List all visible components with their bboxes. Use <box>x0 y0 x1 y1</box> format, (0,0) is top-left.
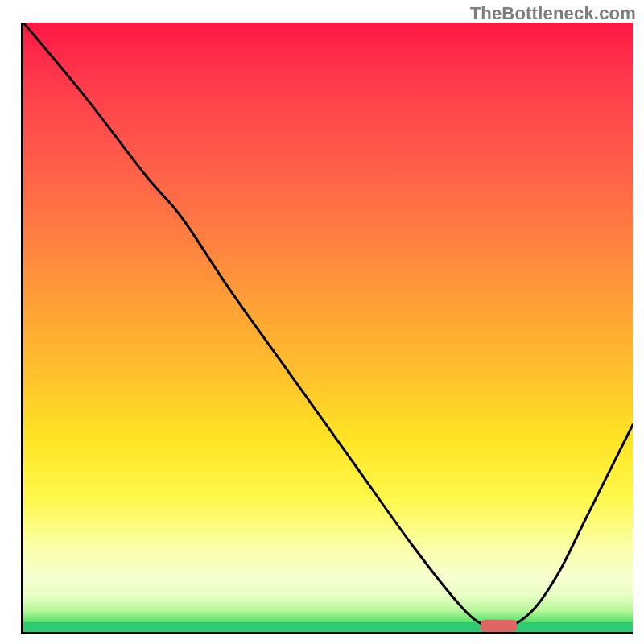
plot-area <box>21 23 633 634</box>
optimum-marker <box>481 620 517 632</box>
watermark-text: TheBottleneck.com <box>470 3 636 24</box>
curve-path <box>23 23 633 628</box>
chart-container: TheBottleneck.com <box>0 0 644 644</box>
bottleneck-curve <box>23 23 633 632</box>
